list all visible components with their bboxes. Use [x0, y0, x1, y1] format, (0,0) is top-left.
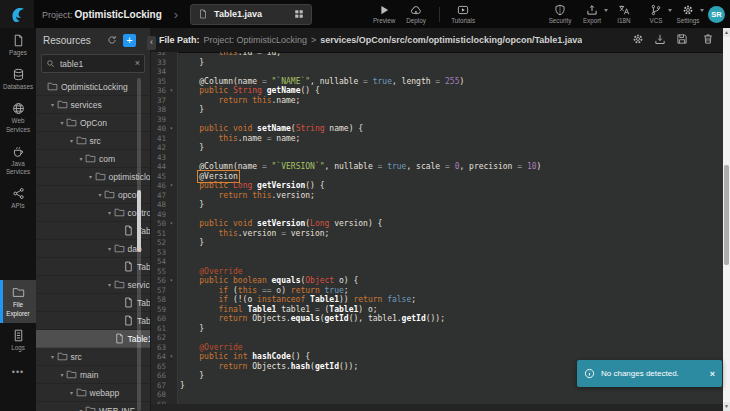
sidebar-item-java-services[interactable]: Java Services [0, 139, 36, 181]
expand-arrow-icon[interactable]: ▾ [58, 371, 66, 378]
fold-arrow-icon[interactable]: ▾ [166, 86, 177, 96]
code-line[interactable]: 40▾ public void setName(String name) { [150, 124, 723, 134]
deploy-button[interactable]: Deploy [400, 0, 432, 28]
code-line[interactable]: 48 } [150, 200, 723, 210]
expand-arrow-icon[interactable]: ▾ [106, 209, 114, 216]
expand-arrow-icon[interactable]: ▾ [68, 137, 76, 144]
code-line[interactable]: 38 } [150, 105, 723, 115]
toast-close-icon[interactable]: × [710, 369, 715, 379]
code-line[interactable]: 60 return Objects.equals(getId(), table1… [150, 314, 723, 324]
code-line[interactable]: 37 return this.name; [150, 96, 723, 106]
code-line[interactable]: 47 return this.version; [150, 191, 723, 201]
tree-item-dao[interactable]: ▾dao [36, 240, 150, 258]
expand-arrow-icon[interactable]: ▾ [68, 389, 76, 396]
code-line[interactable]: 43 [150, 153, 723, 163]
download-icon[interactable] [654, 31, 666, 49]
sidebar-item-logs[interactable]: Logs [0, 323, 36, 357]
tree-item-table1dao-java[interactable]: Table1Dao.java [36, 258, 150, 276]
fold-arrow-icon[interactable]: ▾ [166, 276, 177, 286]
tree-item-service[interactable]: ▾service [36, 276, 150, 294]
expand-arrow-icon[interactable]: ▾ [49, 101, 57, 108]
expand-arrow-icon[interactable]: ▾ [106, 245, 114, 252]
code-line[interactable]: 45 @Version [150, 172, 723, 182]
fold-arrow-icon[interactable]: ▾ [166, 219, 177, 229]
tree-scrollbar-thumb[interactable] [137, 190, 141, 252]
editor-horizontal-scrollbar[interactable] [150, 404, 723, 411]
export-button[interactable]: Export [576, 0, 608, 28]
expand-arrow-icon[interactable]: ▾ [96, 191, 104, 198]
code-line[interactable]: 59 final Table1 table1 = (Table1) o; [150, 305, 723, 315]
sidebar-item-file-explorer[interactable]: File Explorer [0, 280, 36, 322]
vcs-button[interactable]: VCS [640, 0, 672, 28]
code-editor[interactable]: 32 this.id = id;33 }3435 @Column(name = … [150, 52, 723, 404]
code-line[interactable]: 44 @Column(name = "`VERSION`", nullable … [150, 162, 723, 172]
tree-item-table1-java[interactable]: Table1.java [36, 330, 150, 348]
tree-item-optimisticlocking[interactable]: OptimisticLocking [36, 78, 150, 96]
tree-item-main[interactable]: ▾main [36, 366, 150, 384]
tree-item-optimisticlocking[interactable]: ▾optimisticlocking [36, 168, 150, 186]
code-line[interactable]: 46▾ public Long getVersion() { [150, 181, 723, 191]
tree-item-controller[interactable]: ▾controller [36, 204, 150, 222]
code-line[interactable]: 63 @Override [150, 343, 723, 353]
code-line[interactable]: 42 } [150, 143, 723, 153]
code-line[interactable]: 52 } [150, 238, 723, 248]
scroll-down-arrow-icon[interactable]: ▼ [723, 402, 730, 411]
expand-arrow-icon[interactable]: ▾ [49, 353, 57, 360]
code-line[interactable]: 49 [150, 210, 723, 220]
code-line[interactable]: 57 if (this == o) return true; [150, 286, 723, 296]
tree-item-com[interactable]: ▾com [36, 150, 150, 168]
code-line[interactable]: 34 [150, 67, 723, 77]
page-scrollbar-thumb[interactable] [724, 165, 729, 265]
expand-arrow-icon[interactable]: ▾ [58, 119, 66, 126]
expand-arrow-icon[interactable]: ▾ [77, 407, 85, 411]
sidebar-item-web-services[interactable]: Web Services [0, 96, 36, 138]
tree-scrollbar[interactable] [137, 78, 141, 411]
tree-item-table1serviceimpl-java[interactable]: Table1ServiceImpl.java [36, 312, 150, 330]
code-line[interactable]: 68 [150, 390, 723, 400]
tree-item-services[interactable]: ▾services [36, 96, 150, 114]
expand-arrow-icon[interactable]: ▾ [77, 155, 85, 162]
code-line[interactable]: 50▾ public void setVersion(Long version)… [150, 219, 723, 229]
expand-arrow-icon[interactable]: ▾ [106, 281, 114, 288]
code-line[interactable]: 55 @Override [150, 267, 723, 277]
tree-item-web-inf[interactable]: ▾WEB-INF [36, 402, 150, 411]
app-logo-icon[interactable] [0, 0, 34, 28]
expand-arrow-icon[interactable]: ▾ [87, 173, 95, 180]
code-line[interactable]: 56▾ public boolean equals(Object o) { [150, 276, 723, 286]
tab-table1-java[interactable]: Table1.java [190, 4, 312, 25]
code-line[interactable]: 51 this.version = version; [150, 229, 723, 239]
code-line[interactable]: 36▾ public String getName() { [150, 86, 723, 96]
sidebar-item-databases[interactable]: Databases [0, 62, 36, 96]
tree-item-opcon[interactable]: ▾OpCon [36, 114, 150, 132]
tree-item-webapp[interactable]: ▾webapp [36, 384, 150, 402]
tree-item-src[interactable]: ▾src [36, 348, 150, 366]
refresh-icon[interactable] [107, 31, 117, 49]
search-input[interactable] [58, 58, 132, 70]
code-line[interactable]: 39 [150, 115, 723, 125]
avatar[interactable]: SR [708, 6, 725, 23]
delete-icon[interactable] [702, 31, 714, 49]
i18n-button[interactable]: I18N [608, 0, 640, 28]
fold-arrow-icon[interactable]: ▾ [166, 181, 177, 191]
sidebar-item-apis[interactable]: APIs [0, 181, 36, 215]
tree-item-opcon[interactable]: ▾opcon [36, 186, 150, 204]
fold-arrow-icon[interactable]: ▾ [166, 352, 177, 362]
tree-item-src[interactable]: ▾src [36, 132, 150, 150]
code-line[interactable]: 53 [150, 248, 723, 258]
collapse-panel-button[interactable]: ‹ [147, 36, 156, 50]
fold-arrow-icon[interactable]: ▾ [166, 124, 177, 134]
code-line[interactable]: 35 @Column(name = "`NAME`", nullable = t… [150, 77, 723, 87]
code-line[interactable]: 54 [150, 257, 723, 267]
code-line[interactable]: 33 } [150, 58, 723, 68]
security-button[interactable]: Security [544, 0, 576, 28]
editor-settings-gear-icon[interactable] [632, 31, 644, 49]
grid-view-icon[interactable] [294, 9, 304, 19]
sidebar-item-pages[interactable]: Pages [0, 28, 36, 62]
code-line[interactable]: 41 this.name = name; [150, 134, 723, 144]
save-icon[interactable] [676, 31, 688, 49]
settings-button[interactable]: Settings [672, 0, 704, 28]
tree-item-table1service-java[interactable]: Table1Service.java [36, 294, 150, 312]
code-line[interactable]: 58 if (!(o instanceof Table1)) return fa… [150, 295, 723, 305]
scroll-up-arrow-icon[interactable]: ▲ [723, 28, 730, 37]
tree-item-table1controller-java[interactable]: Table1Controller.java [36, 222, 150, 240]
